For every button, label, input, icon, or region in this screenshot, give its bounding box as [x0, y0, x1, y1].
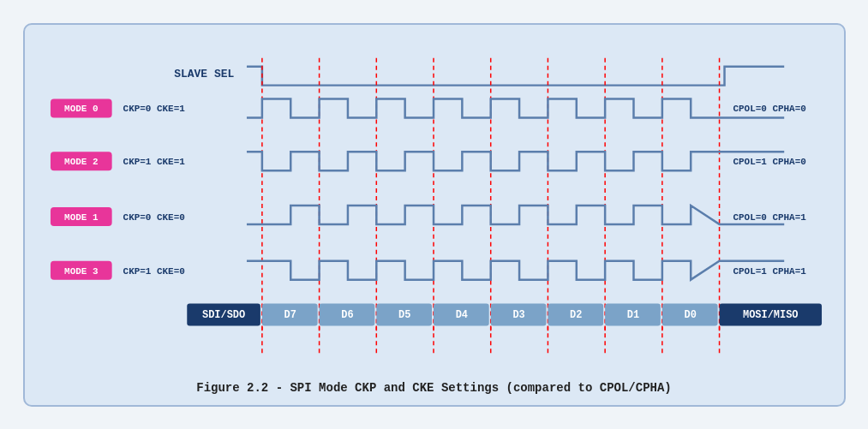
diagram-area: SLAVE SEL MODE 0 CKP=0 CKE=1 CPOL=0 CP	[42, 40, 827, 374]
d0-label: D0	[684, 309, 696, 321]
d4-label: D4	[455, 309, 467, 321]
mode2-label: MODE 2	[64, 157, 98, 167]
mode3-cpol-cpha: CPOL=1 CPHA=1	[733, 265, 806, 276]
mode1-label: MODE 1	[64, 212, 99, 222]
mode2-params: CKP=1 CKE=1	[123, 157, 185, 167]
mode2-cpol-cpha: CPOL=1 CPHA=0	[733, 157, 805, 167]
mode0-label: MODE 0	[64, 104, 98, 114]
d2-label: D2	[570, 309, 582, 321]
slave-sel-label: SLAVE SEL	[174, 67, 234, 80]
mode3-params: CKP=1 CKE=0	[123, 265, 184, 276]
d5-label: D5	[398, 309, 410, 321]
sdi-sdo-label: SDI/SDO	[201, 309, 244, 321]
main-container: SLAVE SEL MODE 0 CKP=0 CKE=1 CPOL=0 CP	[23, 23, 846, 407]
d6-label: D6	[341, 309, 353, 321]
d7-label: D7	[284, 309, 296, 321]
mosi-miso-label: MOSI/MISO	[743, 309, 798, 321]
mode0-cpol-cpha: CPOL=0 CPHA=0	[733, 104, 805, 114]
mode1-cpol-cpha: CPOL=0 CPHA=1	[733, 212, 806, 222]
mode3-label: MODE 3	[64, 265, 99, 276]
figure-caption: Figure 2.2 - SPI Mode CKP and CKE Settin…	[42, 381, 827, 395]
mode0-params: CKP=0 CKE=1	[123, 104, 185, 114]
mode1-params: CKP=0 CKE=0	[123, 212, 184, 222]
d1-label: D1	[626, 309, 638, 321]
d3-label: D3	[512, 309, 524, 321]
